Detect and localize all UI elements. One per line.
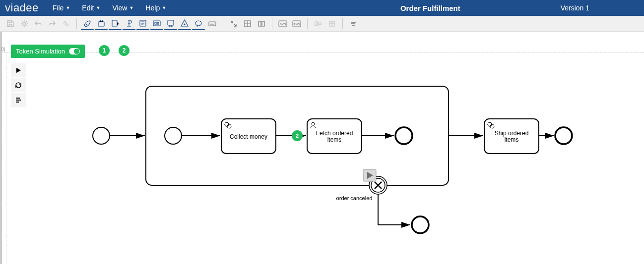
- app-logo: viadee: [5, 1, 39, 14]
- end-event-cancel[interactable]: [412, 216, 429, 233]
- svg-rect-12: [258, 21, 261, 26]
- plugin-button-8[interactable]: [192, 17, 205, 30]
- export-png-button[interactable]: PNG: [290, 17, 303, 30]
- svg-rect-10: [209, 22, 216, 26]
- redo-button[interactable]: [46, 17, 59, 30]
- svg-point-8: [184, 23, 186, 25]
- toolbar-separator: [342, 18, 343, 29]
- svg-point-0: [23, 22, 26, 25]
- undo-button[interactable]: [32, 17, 45, 30]
- menu-file-label: File: [53, 4, 64, 12]
- align-button-1[interactable]: [312, 17, 324, 30]
- menubar: File▼ Edit▼ View▼ Help▼: [48, 2, 171, 14]
- version-label: Version 1: [561, 4, 639, 12]
- toolbar-separator: [223, 18, 223, 29]
- save-button[interactable]: [4, 17, 17, 30]
- layout-button-1[interactable]: [241, 17, 254, 30]
- export-svg-button[interactable]: SVG: [276, 17, 289, 30]
- keyboard-button[interactable]: [206, 17, 219, 30]
- svg-rect-2: [112, 20, 117, 26]
- continue-play-button[interactable]: [363, 169, 376, 181]
- plugin-button-5[interactable]: [150, 17, 163, 30]
- svg-point-9: [195, 21, 201, 26]
- svg-rect-5: [155, 22, 156, 24]
- menu-view-label: View: [112, 4, 127, 12]
- token-count: 2: [296, 133, 299, 139]
- filter-button[interactable]: [347, 17, 360, 30]
- svg-rect-7: [168, 20, 174, 25]
- toolbar: SVG PNG: [0, 16, 644, 32]
- task-label-line1: Fetch ordered: [316, 130, 353, 137]
- svg-rect-1: [98, 22, 104, 26]
- task-label-line1: Ship ordered: [495, 130, 529, 137]
- task-label-line2: items: [505, 136, 519, 143]
- svg-rect-13: [262, 21, 264, 26]
- task-label: Collect money: [230, 133, 267, 140]
- toolbar-separator: [272, 18, 272, 29]
- sequence-flow[interactable]: [378, 194, 410, 225]
- diagram-title: Order Fulfillment: [300, 4, 561, 12]
- align-button-2[interactable]: [325, 17, 338, 30]
- plugin-button-4[interactable]: [136, 17, 149, 30]
- menu-edit[interactable]: Edit▼: [77, 2, 105, 14]
- linter-plugin-button[interactable]: [81, 17, 94, 30]
- svg-text:PNG: PNG: [293, 23, 300, 26]
- link-button[interactable]: [60, 17, 72, 30]
- menu-edit-label: Edit: [82, 4, 94, 12]
- chevron-down-icon: ▼: [162, 5, 166, 10]
- fullscreen-button[interactable]: [227, 17, 240, 30]
- task-label-line2: items: [327, 136, 342, 143]
- menu-file[interactable]: File▼: [48, 2, 75, 14]
- start-event-outer[interactable]: [93, 127, 110, 144]
- end-event-outer[interactable]: [555, 127, 572, 144]
- svg-rect-6: [157, 22, 159, 24]
- app-header: viadee File▼ Edit▼ View▼ Help▼ Order Ful…: [0, 0, 644, 16]
- svg-text:SVG: SVG: [280, 23, 286, 26]
- end-event-inner[interactable]: [395, 127, 412, 144]
- chevron-down-icon: ▼: [129, 5, 133, 10]
- toolbar-separator: [307, 18, 308, 29]
- toolbar-separator: [76, 18, 77, 29]
- plugin-button-6[interactable]: [164, 17, 177, 30]
- start-event-inner[interactable]: [165, 127, 182, 144]
- canvas[interactable]: 0) Token Simulation 1 2 Collect money: [0, 32, 644, 264]
- boundary-event-label: order canceled: [336, 195, 373, 201]
- svg-rect-18: [315, 22, 318, 26]
- plugin-button-3[interactable]: [123, 17, 135, 30]
- task-ship-items[interactable]: Ship ordereditems: [484, 119, 539, 154]
- task-collect-money[interactable]: Collect money: [221, 119, 276, 154]
- bpmn-diagram: Collect money 2 Fetch ordereditems Ship …: [2, 32, 644, 264]
- chevron-down-icon: ▼: [65, 5, 70, 10]
- svg-rect-19: [319, 23, 321, 25]
- menu-help-label: Help: [145, 4, 160, 12]
- menu-help[interactable]: Help▼: [140, 2, 171, 14]
- plugin-button-7[interactable]: [178, 17, 191, 30]
- task-fetch-items[interactable]: Fetch ordereditems: [307, 119, 362, 154]
- menu-view[interactable]: View▼: [107, 2, 138, 14]
- plugin-button-1[interactable]: [95, 17, 108, 30]
- layout-button-2[interactable]: [255, 17, 268, 30]
- plugin-button-2[interactable]: [109, 17, 122, 30]
- svg-rect-4: [153, 21, 160, 26]
- chevron-down-icon: ▼: [96, 5, 100, 10]
- settings-button[interactable]: [18, 17, 31, 30]
